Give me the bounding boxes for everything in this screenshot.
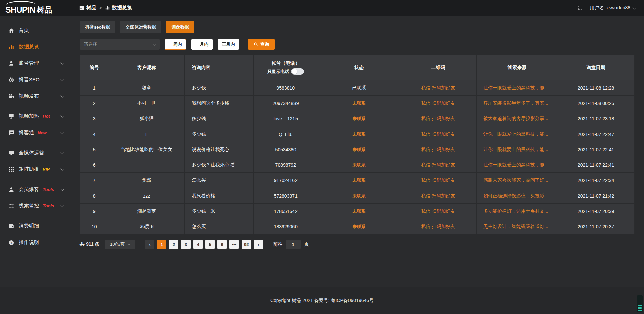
sidebar-item-lead-monitor[interactable]: 线索监控 Tools	[0, 198, 70, 214]
cell-qrcode: 私信 扫码加好友	[400, 188, 476, 204]
page-number-button[interactable]: •••	[229, 240, 239, 249]
cell-qrcode: 私信 扫码加好友	[400, 96, 476, 111]
sidebar-item-label: 视频发布	[19, 93, 39, 99]
source-link[interactable]: 让你一眼就爱上的黑科技，能...	[483, 85, 548, 90]
chevron-down-icon	[60, 150, 64, 154]
cell-account: 70898792	[254, 157, 318, 173]
sidebar-item-video-heat[interactable]: 视频加热 Hot	[0, 108, 70, 124]
qrcode-link[interactable]: 私信 扫码加好友	[421, 224, 455, 229]
source-link[interactable]: 让你一眼就爱上的黑科技，能...	[483, 147, 548, 152]
cell-id: 8	[80, 188, 108, 204]
corner-widget[interactable]	[637, 295, 643, 312]
sidebar-item-expense-detail[interactable]: 消费明细	[0, 218, 70, 234]
page-number-button[interactable]: 6	[217, 240, 227, 249]
range-three-month-button[interactable]: 三月内	[218, 39, 239, 50]
qrcode-link[interactable]: 私信 扫码加好友	[421, 147, 455, 152]
username-label: 用户名: zswodun88	[590, 5, 630, 11]
hot-badge: Hot	[43, 114, 50, 119]
cell-date: 2021-11-07 22:41	[557, 157, 635, 173]
qrcode-link[interactable]: 私信 扫码加好友	[421, 131, 455, 137]
table-body: 1 啵章 多少钱 9583810 已联系 私信 扫码加好友 让你一眼就爱上的黑科…	[80, 80, 635, 234]
phone-only-toggle[interactable]	[291, 68, 304, 75]
page-number-button[interactable]: 2	[169, 240, 178, 249]
filter-select[interactable]: 请选择	[80, 39, 160, 50]
sidebar-item-data-overview[interactable]: 数据总览	[0, 39, 70, 55]
sidebar-item-douyin-seo[interactable]: 抖音SEO	[0, 71, 70, 88]
goto-page-input[interactable]: 1	[286, 240, 301, 249]
qrcode-link[interactable]: 私信 扫码加好友	[421, 193, 455, 198]
sidebar-item-media-ops[interactable]: 全媒体运营	[0, 145, 70, 161]
sidebar-item-video-publish[interactable]: 视频发布	[0, 88, 70, 104]
range-one-month-button[interactable]: 一月内	[191, 39, 213, 50]
sidebar-item-label: 线索监控	[19, 203, 39, 209]
cell-account: 572803371	[254, 188, 318, 204]
cell-account: love__1215	[254, 111, 318, 126]
page-number-button[interactable]: 3	[181, 240, 191, 249]
page-number-button[interactable]: 92	[241, 240, 251, 249]
cell-nickname: 当地比较能吃的一位美女	[108, 142, 185, 157]
qrcode-link[interactable]: 私信 扫码加好友	[421, 177, 455, 183]
page-number-button[interactable]: 1	[157, 240, 166, 249]
chevron-down-icon	[153, 42, 157, 46]
page-number-button[interactable]: 5	[205, 240, 215, 249]
sidebar-item-help[interactable]: ? 操作说明	[0, 234, 70, 251]
cell-nickname: zzz	[108, 188, 185, 204]
source-link[interactable]: 客厅安装投影半年多了，真实...	[483, 100, 548, 106]
breadcrumb-current[interactable]: 数据总览	[105, 5, 132, 11]
member-icon	[8, 187, 14, 193]
user-icon	[8, 60, 14, 66]
cell-status: 未联系	[318, 188, 400, 204]
cell-id: 9	[80, 204, 108, 219]
document-icon	[79, 5, 84, 10]
sidebar-item-member-burst[interactable]: 会员爆客 Tools	[0, 181, 70, 198]
source-link[interactable]: 被大家追着问的客厅投影分享...	[483, 116, 548, 121]
qrcode-link[interactable]: 私信 扫码加好友	[421, 208, 455, 214]
source-link[interactable]: 让你一眼就爱上的黑科技，能...	[483, 131, 548, 137]
data-tabs: 抖音seo数据 全媒体运营数据 询盘数据	[80, 21, 635, 33]
sidebar-divider	[5, 106, 66, 106]
tab-media-ops-data[interactable]: 全媒体运营数据	[120, 21, 161, 33]
qrcode-link[interactable]: 私信 扫码加好友	[421, 116, 455, 121]
table-header-row: 编号 客户昵称 咨询内容 帐号（电话） 只显示电话 状态 二维码 线索来源 询盘…	[80, 55, 635, 80]
search-button[interactable]: 查询	[248, 39, 275, 50]
chevron-down-icon	[60, 114, 64, 117]
prev-page-button[interactable]: ‹	[145, 240, 154, 249]
cell-account: 50534380	[254, 142, 318, 157]
table-row: 6 多少钱？让我死心 看 70898792 未联系 私信 扫码加好友 让你一眼就…	[80, 157, 635, 173]
cell-date: 2021-11-07 22:47	[557, 126, 635, 142]
per-page-select[interactable]: 10条/页	[105, 240, 135, 249]
page-number-button[interactable]: 4	[193, 240, 203, 249]
sidebar-item-matrix-boost[interactable]: 矩阵助推 VIP	[0, 161, 70, 177]
sidebar-item-account-mgmt[interactable]: 账号管理	[0, 55, 70, 71]
sidebar-item-home[interactable]: 首页	[0, 22, 70, 39]
source-link[interactable]: 让你一眼就爱上的黑科技，能...	[483, 162, 548, 167]
cell-status: 未联系	[318, 111, 400, 126]
cell-content: 多少钱？让我死心 看	[185, 157, 254, 173]
fullscreen-icon[interactable]	[577, 5, 583, 11]
qrcode-link[interactable]: 私信 扫码加好友	[421, 85, 455, 90]
qrcode-link[interactable]: 私信 扫码加好友	[421, 162, 455, 167]
source-link[interactable]: 多功能护栏灯，适用于乡村文...	[483, 208, 548, 214]
status-badge: 未联系	[352, 193, 365, 198]
cell-status: 未联系	[318, 173, 400, 188]
vip-badge: VIP	[43, 167, 50, 172]
source-link[interactable]: 无主灯设计，智能磁吸轨道灯...	[483, 224, 548, 229]
cell-account: 183929060	[254, 219, 318, 234]
source-link[interactable]: 如何正确选择投影仪，买投影...	[483, 193, 548, 198]
qrcode-link[interactable]: 私信 扫码加好友	[421, 100, 455, 106]
sidebar-item-label: 抖客通	[19, 129, 34, 136]
next-page-button[interactable]: ›	[254, 240, 263, 249]
source-link[interactable]: 感谢大家喜欢我家，被问了好...	[483, 177, 548, 183]
status-badge: 未联系	[352, 224, 365, 229]
cell-date: 2021-11-07 20:39	[557, 204, 635, 219]
user-menu[interactable]: 用户名: zswodun88	[590, 5, 635, 11]
breadcrumb-home[interactable]: 树品	[79, 5, 96, 11]
tab-douyin-seo-data[interactable]: 抖音seo数据	[80, 21, 115, 33]
sidebar-item-douketong[interactable]: 抖客通 New	[0, 124, 70, 141]
cell-id: 7	[80, 173, 108, 188]
gear-icon	[8, 77, 14, 83]
range-one-week-button[interactable]: 一周内	[165, 39, 186, 50]
cell-source: 客厅安装投影半年多了，真实...	[476, 96, 557, 111]
logo-text-cn: 树品	[37, 5, 52, 15]
tab-inquiry-data[interactable]: 询盘数据	[166, 21, 194, 33]
